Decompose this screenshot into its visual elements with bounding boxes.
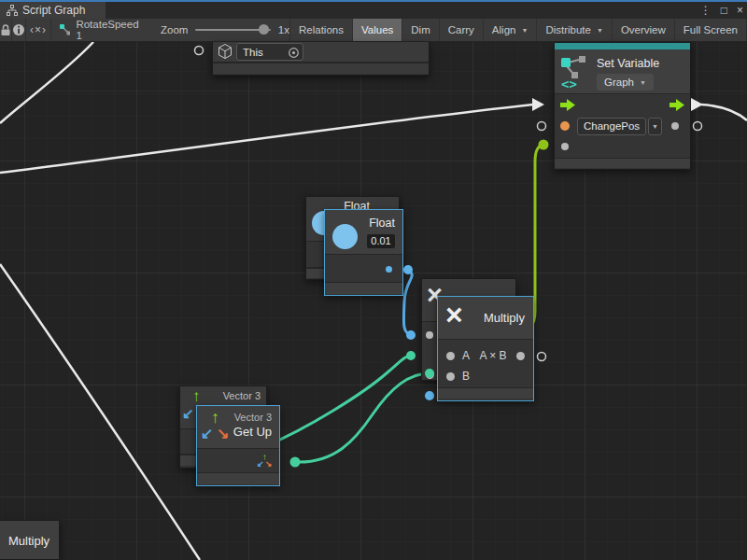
zoom-control: Zoom 1x bbox=[140, 19, 289, 41]
close-icon[interactable]: × bbox=[737, 2, 743, 19]
tab-label: Script Graph bbox=[22, 4, 85, 17]
zoom-label: Zoom bbox=[161, 24, 188, 35]
values-button[interactable]: Values bbox=[353, 19, 402, 41]
info-button[interactable] bbox=[12, 19, 26, 41]
wire-arrowhead-icon bbox=[532, 98, 544, 111]
blue-wire-start-dot[interactable] bbox=[403, 265, 413, 274]
tab-bar: Script Graph ⋮ □ × bbox=[0, 2, 747, 19]
chevron-down-icon: ▼ bbox=[597, 27, 603, 34]
unity-script-graph-window: Script Graph ⋮ □ × ‹×› bbox=[0, 0, 747, 560]
dim-button[interactable]: Dim bbox=[402, 19, 439, 41]
graph-hierarchy-icon bbox=[7, 5, 18, 16]
value-hint-circle bbox=[694, 122, 702, 131]
window-menu-icon[interactable]: ⋮ bbox=[700, 2, 712, 19]
relations-button[interactable]: Relations bbox=[290, 19, 353, 41]
graph-canvas[interactable]: Float × Vector 3 ↑ ↙ bbox=[0, 42, 747, 560]
wire-arrowhead-icon bbox=[691, 98, 703, 111]
breadcrumb[interactable]: RotateSpeed 1 bbox=[51, 19, 140, 41]
info-icon bbox=[12, 23, 25, 36]
value-hint-circle bbox=[538, 122, 546, 131]
lock-button[interactable] bbox=[0, 19, 12, 41]
fullscreen-button[interactable]: Full Screen bbox=[675, 19, 747, 41]
graph-node-icon bbox=[59, 23, 71, 36]
code-preview-button[interactable]: ‹×› bbox=[26, 19, 51, 41]
distribute-button[interactable]: Distribute▼ bbox=[537, 19, 613, 41]
graph-toolbar: ‹×› RotateSpeed 1 Zoom 1x Relations Valu… bbox=[0, 19, 747, 42]
port-overlay bbox=[0, 42, 747, 560]
value-hint-circle bbox=[538, 353, 546, 361]
teal-wire-end-dot[interactable] bbox=[406, 351, 416, 360]
zoom-slider[interactable] bbox=[195, 29, 270, 31]
teal-wire-start-dot[interactable] bbox=[290, 457, 301, 468]
port-dot[interactable] bbox=[426, 331, 433, 339]
blue-wire-end-dot[interactable] bbox=[406, 330, 416, 340]
tab-script-graph[interactable]: Script Graph bbox=[0, 2, 106, 19]
toolbar-buttons: Relations Values Dim Carry Align▼ Distri… bbox=[289, 19, 747, 41]
carry-button[interactable]: Carry bbox=[440, 19, 484, 41]
breadcrumb-label: RotateSpeed 1 bbox=[76, 19, 140, 41]
code-preview-glyph: ‹×› bbox=[30, 23, 47, 36]
align-button[interactable]: Align▼ bbox=[484, 19, 538, 41]
value-hint-circle bbox=[195, 47, 204, 55]
zoom-slider-handle[interactable] bbox=[259, 24, 269, 35]
chevron-down-icon: ▼ bbox=[521, 27, 528, 34]
overview-button[interactable]: Overview bbox=[613, 19, 675, 41]
zoom-value: 1x bbox=[278, 24, 289, 35]
lock-icon bbox=[0, 23, 11, 36]
teal-wire-end-dot[interactable] bbox=[425, 369, 434, 378]
lime-wire-end-dot[interactable] bbox=[539, 140, 549, 150]
maximize-icon[interactable]: □ bbox=[721, 2, 727, 19]
